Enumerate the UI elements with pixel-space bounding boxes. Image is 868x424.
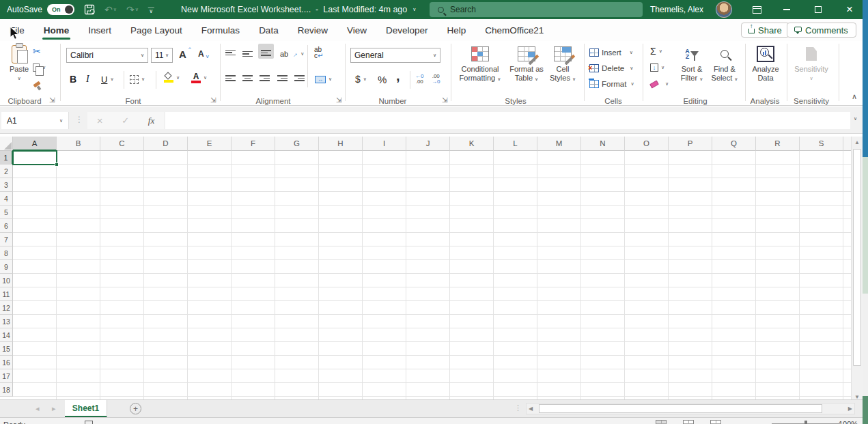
ribbon-tab-developer[interactable]: Developer xyxy=(376,19,438,41)
ribbon-tab-page-layout[interactable]: Page Layout xyxy=(121,19,192,41)
insert-function-button[interactable]: fx xyxy=(148,115,154,126)
zoom-percent-label[interactable]: 100% xyxy=(839,420,858,424)
column-header-i[interactable]: I xyxy=(363,137,406,151)
font-color-button[interactable]: A∨ xyxy=(191,70,207,85)
avatar[interactable] xyxy=(716,1,732,18)
fill-handle[interactable] xyxy=(55,162,59,167)
vertical-scroll-thumb[interactable] xyxy=(853,149,861,366)
name-box[interactable]: A1 ∨ xyxy=(1,112,69,129)
font-dialog-launcher[interactable]: ⇲ xyxy=(210,96,216,104)
row-header-2[interactable]: 2 xyxy=(0,165,13,178)
select-all-corner[interactable] xyxy=(0,137,13,151)
selected-cell-a1[interactable] xyxy=(12,150,57,165)
row-header-6[interactable]: 6 xyxy=(0,219,13,233)
borders-button[interactable]: ∨ xyxy=(130,72,145,87)
page-layout-view-button[interactable] xyxy=(683,420,694,424)
scroll-right-icon[interactable]: ▶ xyxy=(848,406,852,412)
minimize-button[interactable] xyxy=(772,0,802,19)
next-sheet-icon[interactable]: ▸ xyxy=(52,404,56,413)
insert-cells-button[interactable]: Insert∨ xyxy=(589,45,633,60)
new-sheet-button[interactable]: + xyxy=(130,403,141,414)
ribbon-tab-chemoffice21[interactable]: ChemOffice21 xyxy=(475,19,553,41)
cell-styles-button[interactable]: Cell Styles ∨ xyxy=(546,43,579,96)
row-header-9[interactable]: 9 xyxy=(0,260,13,274)
row-header-8[interactable]: 8 xyxy=(0,246,13,260)
cancel-entry-icon[interactable]: × xyxy=(97,115,103,126)
fill-button[interactable]: ↓∨ xyxy=(650,60,664,75)
horizontal-scrollbar[interactable]: ◀ ▶ xyxy=(526,403,855,414)
row-header-3[interactable]: 3 xyxy=(0,178,13,192)
zoom-slider-knob[interactable] xyxy=(804,421,807,424)
decrease-indent-button[interactable] xyxy=(277,72,288,87)
increase-font-size-button[interactable]: A^ xyxy=(179,46,186,61)
close-button[interactable]: × xyxy=(835,0,865,19)
fill-color-button[interactable]: ∨ xyxy=(164,70,180,85)
conditional-formatting-button[interactable]: Conditional Formatting ∨ xyxy=(455,43,505,96)
previous-sheet-icon[interactable]: ◂ xyxy=(36,404,40,413)
column-header-h[interactable]: H xyxy=(319,137,363,151)
row-header-4[interactable]: 4 xyxy=(0,192,13,206)
page-break-view-button[interactable] xyxy=(710,420,721,424)
decrease-decimal-button[interactable]: .00→0 xyxy=(432,72,440,87)
document-title[interactable]: New Microsoft Excel Worksheet.... - Last… xyxy=(181,0,416,19)
ribbon-tab-help[interactable]: Help xyxy=(438,19,476,41)
column-header-g[interactable]: G xyxy=(275,137,319,151)
row-header-17[interactable]: 17 xyxy=(0,369,13,383)
row-header-16[interactable]: 16 xyxy=(0,356,13,369)
ribbon-tab-file[interactable]: File xyxy=(0,19,34,41)
search-input[interactable]: Search xyxy=(430,2,643,17)
format-cells-button[interactable]: Format∨ xyxy=(589,76,634,91)
column-header-q[interactable]: Q xyxy=(712,137,756,151)
row-header-11[interactable]: 11 xyxy=(0,287,13,301)
column-header-s[interactable]: S xyxy=(800,137,843,151)
column-header-l[interactable]: L xyxy=(494,137,537,151)
find-select-button[interactable]: Find & Select ∨ xyxy=(709,43,740,96)
row-header-12[interactable]: 12 xyxy=(0,301,13,315)
delete-cells-button[interactable]: Delete∨ xyxy=(589,61,633,76)
ribbon-tab-view[interactable]: View xyxy=(337,19,376,41)
decrease-font-size-button[interactable]: Av xyxy=(198,46,204,61)
italic-button[interactable]: I xyxy=(86,72,89,87)
vertical-scrollbar[interactable]: ▲ ▼ xyxy=(851,137,863,403)
column-header-d[interactable]: D xyxy=(144,137,188,151)
column-header-r[interactable]: R xyxy=(756,137,800,151)
row-header-7[interactable]: 7 xyxy=(0,233,13,246)
column-header-a[interactable]: A xyxy=(13,137,57,151)
merge-center-button[interactable]: ↔∨ xyxy=(315,72,332,87)
font-size-combobox[interactable]: 11 ∨ xyxy=(151,48,173,63)
accounting-format-button[interactable]: $∨ xyxy=(355,72,367,87)
horizontal-scroll-thumb[interactable] xyxy=(539,404,822,413)
column-header-o[interactable]: O xyxy=(625,137,669,151)
column-header-m[interactable]: M xyxy=(537,137,581,151)
align-left-button[interactable] xyxy=(225,72,236,87)
clear-button[interactable]: ∨ xyxy=(650,76,669,91)
align-right-button[interactable] xyxy=(260,72,270,87)
center-button[interactable] xyxy=(242,72,253,87)
ribbon-tab-review[interactable]: Review xyxy=(288,19,337,41)
clipboard-dialog-launcher[interactable]: ⇲ xyxy=(49,96,55,104)
percent-style-button[interactable]: % xyxy=(378,72,387,87)
number-dialog-launcher[interactable]: ⇲ xyxy=(442,96,447,104)
ribbon-tab-insert[interactable]: Insert xyxy=(79,19,121,41)
maximize-button[interactable] xyxy=(803,0,833,19)
row-header-5[interactable]: 5 xyxy=(0,206,13,219)
formula-input[interactable] xyxy=(165,112,850,129)
autosave-toggle[interactable]: On xyxy=(47,4,74,15)
bottom-align-button[interactable] xyxy=(258,44,274,59)
ribbon-tab-home[interactable]: Home xyxy=(34,19,79,41)
resize-dots-icon[interactable]: ⋮ xyxy=(75,115,83,124)
paste-button[interactable]: Paste ∨ xyxy=(5,43,33,96)
save-icon[interactable] xyxy=(84,4,95,15)
row-header-14[interactable]: 14 xyxy=(0,328,13,342)
column-header-p[interactable]: P xyxy=(669,137,712,151)
confirm-entry-icon[interactable]: ✓ xyxy=(122,115,129,126)
analyze-data-button[interactable]: Analyze Data xyxy=(748,43,783,96)
ribbon-display-options-button[interactable] xyxy=(742,0,772,19)
alignment-dialog-launcher[interactable]: ⇲ xyxy=(336,96,341,104)
bold-button[interactable]: B xyxy=(70,72,76,87)
increase-decimal-button[interactable]: ←0.00 xyxy=(415,72,423,87)
redo-button[interactable]: ↷∨ xyxy=(126,4,139,15)
middle-align-button[interactable] xyxy=(242,46,253,61)
row-header-10[interactable]: 10 xyxy=(0,274,13,287)
sort-filter-button[interactable]: AZ Sort & Filter ∨ xyxy=(676,43,708,96)
